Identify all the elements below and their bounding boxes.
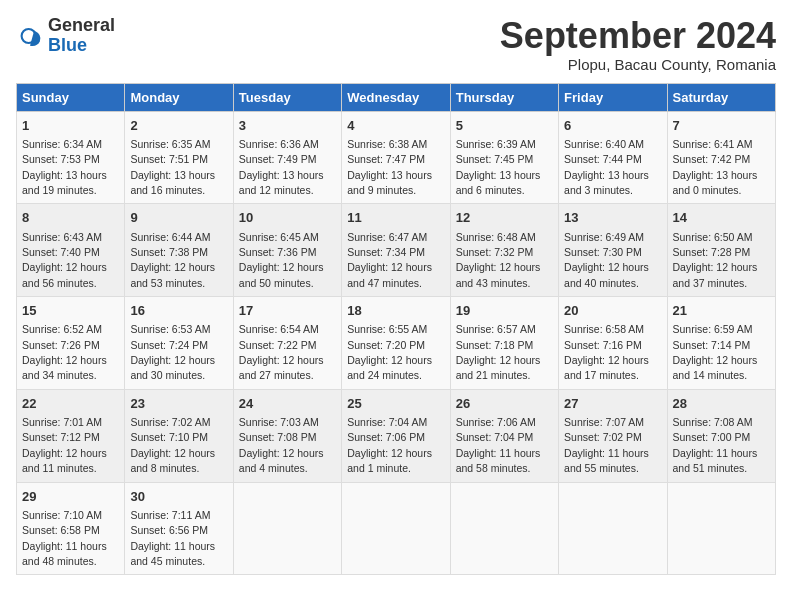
day-info: Sunrise: 6:59 AMSunset: 7:14 PMDaylight:… — [673, 323, 758, 381]
day-info: Sunrise: 7:04 AMSunset: 7:06 PMDaylight:… — [347, 416, 432, 474]
calendar-cell — [450, 482, 558, 575]
calendar-cell — [342, 482, 450, 575]
calendar-cell: 26 Sunrise: 7:06 AMSunset: 7:04 PMDaylig… — [450, 389, 558, 482]
calendar-cell: 28 Sunrise: 7:08 AMSunset: 7:00 PMDaylig… — [667, 389, 775, 482]
month-title: September 2024 — [500, 16, 776, 56]
day-info: Sunrise: 6:49 AMSunset: 7:30 PMDaylight:… — [564, 231, 649, 289]
column-header-saturday: Saturday — [667, 83, 775, 111]
week-row-1: 1 Sunrise: 6:34 AMSunset: 7:53 PMDayligh… — [17, 111, 776, 204]
day-number: 11 — [347, 209, 444, 227]
day-number: 17 — [239, 302, 336, 320]
day-info: Sunrise: 6:57 AMSunset: 7:18 PMDaylight:… — [456, 323, 541, 381]
day-info: Sunrise: 7:03 AMSunset: 7:08 PMDaylight:… — [239, 416, 324, 474]
day-info: Sunrise: 6:34 AMSunset: 7:53 PMDaylight:… — [22, 138, 107, 196]
logo-icon — [16, 22, 44, 50]
day-number: 10 — [239, 209, 336, 227]
calendar-cell: 24 Sunrise: 7:03 AMSunset: 7:08 PMDaylig… — [233, 389, 341, 482]
calendar-cell: 8 Sunrise: 6:43 AMSunset: 7:40 PMDayligh… — [17, 204, 125, 297]
column-header-thursday: Thursday — [450, 83, 558, 111]
calendar-cell: 15 Sunrise: 6:52 AMSunset: 7:26 PMDaylig… — [17, 297, 125, 390]
column-header-wednesday: Wednesday — [342, 83, 450, 111]
day-info: Sunrise: 7:01 AMSunset: 7:12 PMDaylight:… — [22, 416, 107, 474]
day-number: 18 — [347, 302, 444, 320]
day-number: 22 — [22, 395, 119, 413]
calendar-cell: 2 Sunrise: 6:35 AMSunset: 7:51 PMDayligh… — [125, 111, 233, 204]
day-info: Sunrise: 6:58 AMSunset: 7:16 PMDaylight:… — [564, 323, 649, 381]
day-info: Sunrise: 6:45 AMSunset: 7:36 PMDaylight:… — [239, 231, 324, 289]
calendar-cell: 25 Sunrise: 7:04 AMSunset: 7:06 PMDaylig… — [342, 389, 450, 482]
day-number: 29 — [22, 488, 119, 506]
location-title: Plopu, Bacau County, Romania — [500, 56, 776, 73]
day-number: 2 — [130, 117, 227, 135]
logo-text: GeneralBlue — [48, 16, 115, 56]
day-info: Sunrise: 6:55 AMSunset: 7:20 PMDaylight:… — [347, 323, 432, 381]
calendar-cell: 1 Sunrise: 6:34 AMSunset: 7:53 PMDayligh… — [17, 111, 125, 204]
day-number: 23 — [130, 395, 227, 413]
calendar-table: SundayMondayTuesdayWednesdayThursdayFrid… — [16, 83, 776, 576]
calendar-cell: 3 Sunrise: 6:36 AMSunset: 7:49 PMDayligh… — [233, 111, 341, 204]
calendar-cell: 5 Sunrise: 6:39 AMSunset: 7:45 PMDayligh… — [450, 111, 558, 204]
column-header-monday: Monday — [125, 83, 233, 111]
week-row-2: 8 Sunrise: 6:43 AMSunset: 7:40 PMDayligh… — [17, 204, 776, 297]
day-number: 8 — [22, 209, 119, 227]
calendar-cell: 23 Sunrise: 7:02 AMSunset: 7:10 PMDaylig… — [125, 389, 233, 482]
day-info: Sunrise: 6:35 AMSunset: 7:51 PMDaylight:… — [130, 138, 215, 196]
calendar-cell: 10 Sunrise: 6:45 AMSunset: 7:36 PMDaylig… — [233, 204, 341, 297]
day-number: 1 — [22, 117, 119, 135]
day-number: 7 — [673, 117, 770, 135]
calendar-cell — [667, 482, 775, 575]
calendar-cell: 19 Sunrise: 6:57 AMSunset: 7:18 PMDaylig… — [450, 297, 558, 390]
calendar-cell: 13 Sunrise: 6:49 AMSunset: 7:30 PMDaylig… — [559, 204, 667, 297]
day-number: 24 — [239, 395, 336, 413]
day-number: 12 — [456, 209, 553, 227]
day-info: Sunrise: 7:07 AMSunset: 7:02 PMDaylight:… — [564, 416, 649, 474]
day-number: 26 — [456, 395, 553, 413]
day-number: 6 — [564, 117, 661, 135]
week-row-5: 29 Sunrise: 7:10 AMSunset: 6:58 PMDaylig… — [17, 482, 776, 575]
day-number: 5 — [456, 117, 553, 135]
day-number: 15 — [22, 302, 119, 320]
day-info: Sunrise: 7:06 AMSunset: 7:04 PMDaylight:… — [456, 416, 541, 474]
day-info: Sunrise: 7:11 AMSunset: 6:56 PMDaylight:… — [130, 509, 215, 567]
column-header-sunday: Sunday — [17, 83, 125, 111]
calendar-cell: 18 Sunrise: 6:55 AMSunset: 7:20 PMDaylig… — [342, 297, 450, 390]
title-block: September 2024 Plopu, Bacau County, Roma… — [500, 16, 776, 73]
calendar-cell: 30 Sunrise: 7:11 AMSunset: 6:56 PMDaylig… — [125, 482, 233, 575]
day-number: 4 — [347, 117, 444, 135]
day-info: Sunrise: 7:10 AMSunset: 6:58 PMDaylight:… — [22, 509, 107, 567]
day-number: 19 — [456, 302, 553, 320]
calendar-cell: 22 Sunrise: 7:01 AMSunset: 7:12 PMDaylig… — [17, 389, 125, 482]
day-info: Sunrise: 6:52 AMSunset: 7:26 PMDaylight:… — [22, 323, 107, 381]
calendar-cell: 17 Sunrise: 6:54 AMSunset: 7:22 PMDaylig… — [233, 297, 341, 390]
day-info: Sunrise: 6:40 AMSunset: 7:44 PMDaylight:… — [564, 138, 649, 196]
day-info: Sunrise: 6:48 AMSunset: 7:32 PMDaylight:… — [456, 231, 541, 289]
calendar-cell: 9 Sunrise: 6:44 AMSunset: 7:38 PMDayligh… — [125, 204, 233, 297]
calendar-cell: 11 Sunrise: 6:47 AMSunset: 7:34 PMDaylig… — [342, 204, 450, 297]
day-number: 20 — [564, 302, 661, 320]
day-info: Sunrise: 6:43 AMSunset: 7:40 PMDaylight:… — [22, 231, 107, 289]
calendar-cell — [559, 482, 667, 575]
day-number: 9 — [130, 209, 227, 227]
day-info: Sunrise: 7:02 AMSunset: 7:10 PMDaylight:… — [130, 416, 215, 474]
calendar-cell: 6 Sunrise: 6:40 AMSunset: 7:44 PMDayligh… — [559, 111, 667, 204]
day-number: 13 — [564, 209, 661, 227]
day-number: 14 — [673, 209, 770, 227]
day-number: 16 — [130, 302, 227, 320]
day-info: Sunrise: 6:39 AMSunset: 7:45 PMDaylight:… — [456, 138, 541, 196]
calendar-cell: 12 Sunrise: 6:48 AMSunset: 7:32 PMDaylig… — [450, 204, 558, 297]
day-info: Sunrise: 6:41 AMSunset: 7:42 PMDaylight:… — [673, 138, 758, 196]
column-header-tuesday: Tuesday — [233, 83, 341, 111]
day-number: 3 — [239, 117, 336, 135]
logo: GeneralBlue — [16, 16, 115, 56]
calendar-header-row: SundayMondayTuesdayWednesdayThursdayFrid… — [17, 83, 776, 111]
day-info: Sunrise: 6:36 AMSunset: 7:49 PMDaylight:… — [239, 138, 324, 196]
day-info: Sunrise: 6:38 AMSunset: 7:47 PMDaylight:… — [347, 138, 432, 196]
calendar-cell: 27 Sunrise: 7:07 AMSunset: 7:02 PMDaylig… — [559, 389, 667, 482]
week-row-3: 15 Sunrise: 6:52 AMSunset: 7:26 PMDaylig… — [17, 297, 776, 390]
day-number: 21 — [673, 302, 770, 320]
column-header-friday: Friday — [559, 83, 667, 111]
day-info: Sunrise: 6:50 AMSunset: 7:28 PMDaylight:… — [673, 231, 758, 289]
calendar-body: 1 Sunrise: 6:34 AMSunset: 7:53 PMDayligh… — [17, 111, 776, 575]
day-info: Sunrise: 6:53 AMSunset: 7:24 PMDaylight:… — [130, 323, 215, 381]
day-info: Sunrise: 6:44 AMSunset: 7:38 PMDaylight:… — [130, 231, 215, 289]
